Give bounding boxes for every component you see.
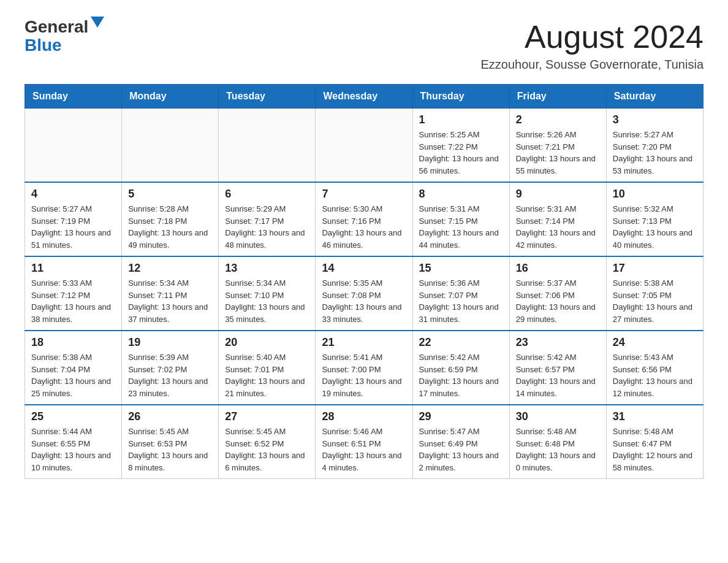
- day-number: 8: [419, 188, 503, 201]
- table-row: 4Sunrise: 5:27 AM Sunset: 7:19 PM Daylig…: [25, 182, 122, 256]
- day-number: 13: [225, 262, 309, 275]
- day-info: Sunrise: 5:30 AM Sunset: 7:16 PM Dayligh…: [322, 203, 406, 251]
- header-saturday: Saturday: [606, 85, 703, 109]
- table-row: 13Sunrise: 5:34 AM Sunset: 7:10 PM Dayli…: [219, 256, 316, 331]
- table-row: [219, 109, 316, 183]
- day-number: 20: [225, 336, 309, 349]
- table-row: 3Sunrise: 5:27 AM Sunset: 7:20 PM Daylig…: [606, 109, 703, 183]
- table-row: 5Sunrise: 5:28 AM Sunset: 7:18 PM Daylig…: [122, 182, 219, 256]
- day-number: 11: [31, 262, 115, 275]
- day-number: 24: [613, 336, 697, 349]
- day-number: 29: [419, 410, 503, 423]
- day-info: Sunrise: 5:41 AM Sunset: 7:00 PM Dayligh…: [322, 351, 406, 399]
- day-number: 9: [516, 188, 600, 201]
- table-row: 16Sunrise: 5:37 AM Sunset: 7:06 PM Dayli…: [509, 256, 606, 331]
- day-number: 5: [128, 188, 212, 201]
- day-number: 17: [613, 262, 697, 275]
- calendar-table: Sunday Monday Tuesday Wednesday Thursday…: [25, 84, 703, 479]
- calendar-header-row: Sunday Monday Tuesday Wednesday Thursday…: [25, 85, 703, 109]
- day-number: 6: [225, 188, 309, 201]
- table-row: 11Sunrise: 5:33 AM Sunset: 7:12 PM Dayli…: [25, 256, 122, 331]
- day-number: 15: [419, 262, 503, 275]
- day-info: Sunrise: 5:43 AM Sunset: 6:56 PM Dayligh…: [613, 351, 697, 399]
- day-info: Sunrise: 5:38 AM Sunset: 7:04 PM Dayligh…: [31, 351, 115, 399]
- day-info: Sunrise: 5:28 AM Sunset: 7:18 PM Dayligh…: [128, 203, 212, 251]
- day-number: 27: [225, 410, 309, 423]
- day-number: 23: [516, 336, 600, 349]
- day-number: 4: [31, 188, 115, 201]
- table-row: 17Sunrise: 5:38 AM Sunset: 7:05 PM Dayli…: [606, 256, 703, 331]
- day-number: 28: [322, 410, 406, 423]
- table-row: 26Sunrise: 5:45 AM Sunset: 6:53 PM Dayli…: [122, 405, 219, 479]
- table-row: 2Sunrise: 5:26 AM Sunset: 7:21 PM Daylig…: [509, 109, 606, 183]
- logo-name: General: [25, 18, 88, 36]
- header-tuesday: Tuesday: [219, 85, 316, 109]
- table-row: 9Sunrise: 5:31 AM Sunset: 7:14 PM Daylig…: [509, 182, 606, 256]
- table-row: 15Sunrise: 5:36 AM Sunset: 7:07 PM Dayli…: [412, 256, 509, 331]
- day-info: Sunrise: 5:26 AM Sunset: 7:21 PM Dayligh…: [516, 129, 600, 177]
- day-number: 2: [516, 113, 600, 126]
- day-number: 19: [128, 336, 212, 349]
- day-info: Sunrise: 5:34 AM Sunset: 7:11 PM Dayligh…: [128, 277, 212, 325]
- day-info: Sunrise: 5:37 AM Sunset: 7:06 PM Dayligh…: [516, 277, 600, 325]
- table-row: 28Sunrise: 5:46 AM Sunset: 6:51 PM Dayli…: [316, 405, 412, 479]
- table-row: 8Sunrise: 5:31 AM Sunset: 7:15 PM Daylig…: [412, 182, 509, 256]
- day-number: 10: [613, 188, 697, 201]
- month-title: August 2024: [480, 18, 703, 55]
- day-info: Sunrise: 5:35 AM Sunset: 7:08 PM Dayligh…: [322, 277, 406, 325]
- day-number: 14: [322, 262, 406, 275]
- table-row: 24Sunrise: 5:43 AM Sunset: 6:56 PM Dayli…: [606, 331, 703, 405]
- day-info: Sunrise: 5:48 AM Sunset: 6:47 PM Dayligh…: [613, 426, 697, 473]
- logo: General Blue: [25, 18, 104, 55]
- day-number: 16: [516, 262, 600, 275]
- header-sunday: Sunday: [25, 85, 122, 109]
- calendar-week-row: 25Sunrise: 5:44 AM Sunset: 6:55 PM Dayli…: [25, 405, 703, 479]
- day-info: Sunrise: 5:32 AM Sunset: 7:13 PM Dayligh…: [613, 203, 697, 251]
- day-info: Sunrise: 5:27 AM Sunset: 7:19 PM Dayligh…: [31, 203, 115, 251]
- day-number: 1: [419, 113, 503, 126]
- title-section: August 2024 Ezzouhour, Sousse Governorat…: [480, 18, 703, 72]
- calendar-week-row: 18Sunrise: 5:38 AM Sunset: 7:04 PM Dayli…: [25, 331, 703, 405]
- svg-marker-0: [91, 17, 104, 28]
- table-row: 7Sunrise: 5:30 AM Sunset: 7:16 PM Daylig…: [316, 182, 412, 256]
- table-row: 30Sunrise: 5:48 AM Sunset: 6:48 PM Dayli…: [509, 405, 606, 479]
- table-row: 19Sunrise: 5:39 AM Sunset: 7:02 PM Dayli…: [122, 331, 219, 405]
- logo-blue: Blue: [25, 36, 62, 55]
- day-info: Sunrise: 5:36 AM Sunset: 7:07 PM Dayligh…: [419, 277, 503, 325]
- table-row: [122, 109, 219, 183]
- header-thursday: Thursday: [412, 85, 509, 109]
- day-info: Sunrise: 5:42 AM Sunset: 6:57 PM Dayligh…: [516, 351, 600, 399]
- table-row: 22Sunrise: 5:42 AM Sunset: 6:59 PM Dayli…: [412, 331, 509, 405]
- day-number: 30: [516, 410, 600, 423]
- day-number: 31: [613, 410, 697, 423]
- day-info: Sunrise: 5:47 AM Sunset: 6:49 PM Dayligh…: [419, 426, 503, 473]
- calendar-week-row: 4Sunrise: 5:27 AM Sunset: 7:19 PM Daylig…: [25, 182, 703, 256]
- day-info: Sunrise: 5:31 AM Sunset: 7:15 PM Dayligh…: [419, 203, 503, 251]
- table-row: [25, 109, 122, 183]
- logo-arrow-icon: [91, 17, 104, 30]
- header-wednesday: Wednesday: [316, 85, 412, 109]
- day-info: Sunrise: 5:45 AM Sunset: 6:52 PM Dayligh…: [225, 426, 309, 473]
- day-info: Sunrise: 5:33 AM Sunset: 7:12 PM Dayligh…: [31, 277, 115, 325]
- day-info: Sunrise: 5:40 AM Sunset: 7:01 PM Dayligh…: [225, 351, 309, 399]
- day-number: 21: [322, 336, 406, 349]
- day-info: Sunrise: 5:46 AM Sunset: 6:51 PM Dayligh…: [322, 426, 406, 473]
- table-row: 18Sunrise: 5:38 AM Sunset: 7:04 PM Dayli…: [25, 331, 122, 405]
- day-info: Sunrise: 5:39 AM Sunset: 7:02 PM Dayligh…: [128, 351, 212, 399]
- table-row: 25Sunrise: 5:44 AM Sunset: 6:55 PM Dayli…: [25, 405, 122, 479]
- day-info: Sunrise: 5:34 AM Sunset: 7:10 PM Dayligh…: [225, 277, 309, 325]
- day-number: 25: [31, 410, 115, 423]
- table-row: 29Sunrise: 5:47 AM Sunset: 6:49 PM Dayli…: [412, 405, 509, 479]
- day-info: Sunrise: 5:42 AM Sunset: 6:59 PM Dayligh…: [419, 351, 503, 399]
- day-number: 3: [613, 113, 697, 126]
- day-info: Sunrise: 5:29 AM Sunset: 7:17 PM Dayligh…: [225, 203, 309, 251]
- table-row: 14Sunrise: 5:35 AM Sunset: 7:08 PM Dayli…: [316, 256, 412, 331]
- calendar-week-row: 1Sunrise: 5:25 AM Sunset: 7:22 PM Daylig…: [25, 109, 703, 183]
- day-info: Sunrise: 5:27 AM Sunset: 7:20 PM Dayligh…: [613, 129, 697, 177]
- day-info: Sunrise: 5:25 AM Sunset: 7:22 PM Dayligh…: [419, 129, 503, 177]
- day-number: 7: [322, 188, 406, 201]
- day-info: Sunrise: 5:45 AM Sunset: 6:53 PM Dayligh…: [128, 426, 212, 473]
- day-number: 12: [128, 262, 212, 275]
- day-number: 22: [419, 336, 503, 349]
- day-number: 18: [31, 336, 115, 349]
